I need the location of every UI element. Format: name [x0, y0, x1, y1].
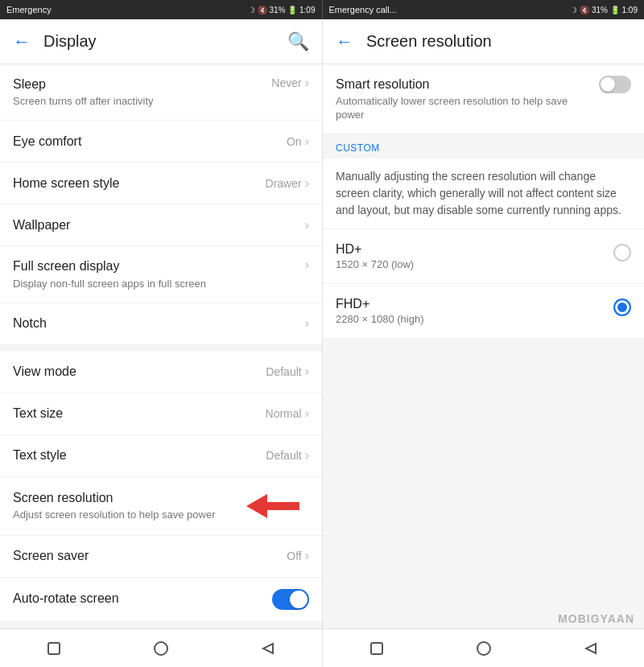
custom-description: Manually adjusting the screen resolution…	[323, 159, 644, 229]
red-arrow-indicator	[245, 488, 309, 524]
screen-resolution-title-header: Screen resolution	[366, 32, 631, 51]
nav-back-left[interactable]	[248, 629, 288, 668]
status-icons-right-text: ☽ 🔇 31% 🔋 1:09	[570, 6, 638, 14]
svg-marker-4	[263, 644, 273, 653]
auto-rotate-item[interactable]: Auto-rotate screen	[0, 578, 322, 622]
nav-circle-right[interactable]	[464, 629, 504, 668]
status-bar: Emergency ☽ 🔇 31% 🔋 1:09 Emergency call.…	[0, 0, 644, 19]
display-header: ← Display 🔍	[0, 19, 322, 64]
view-mode-item[interactable]: View mode Default ›	[0, 352, 322, 393]
nav-back-right[interactable]	[571, 629, 611, 668]
panel-display: ← Display 🔍 Sleep Screen turns off after…	[0, 19, 322, 667]
screen-resolution-item[interactable]: Screen resolution Adjust screen resoluti…	[0, 477, 322, 536]
display-title: Display	[43, 32, 287, 51]
full-screen-display-chevron: ›	[305, 257, 309, 272]
smart-resolution-toggle[interactable]	[599, 76, 631, 93]
text-style-item[interactable]: Text style Default ›	[0, 435, 322, 477]
panel-screen-resolution: ← Screen resolution Smart resolution Aut…	[322, 19, 644, 667]
view-mode-value: Default	[266, 365, 301, 378]
screen-resolution-title: Screen resolution	[13, 489, 238, 507]
display-settings-list: Sleep Screen turns off after inactivity …	[0, 64, 322, 628]
triangle-back-icon-right	[583, 640, 599, 657]
hd-plus-detail: 1520 × 720 (low)	[336, 258, 414, 270]
text-size-title: Text size	[13, 405, 259, 422]
svg-marker-1	[246, 494, 267, 518]
triangle-back-icon	[260, 640, 276, 657]
home-screen-style-item[interactable]: Home screen style Drawer ›	[0, 163, 322, 204]
text-style-value: Default	[266, 449, 301, 462]
screen-resolution-subtitle: Adjust screen resolution to help save po…	[13, 508, 238, 522]
sleep-chevron: ›	[305, 76, 309, 90]
nav-circle-left[interactable]	[141, 629, 181, 668]
smart-resolution-item[interactable]: Smart resolution Automatically lower scr…	[323, 64, 644, 134]
status-icons-right: ☽ 🔇 31% 🔋 1:09	[570, 6, 638, 14]
square-icon	[46, 640, 62, 657]
wallpaper-chevron: ›	[305, 218, 309, 233]
smart-resolution-subtitle: Automatically lower screen resolution to…	[336, 95, 599, 122]
svg-point-6	[477, 642, 490, 655]
status-bar-left: Emergency ☽ 🔇 31% 🔋 1:09	[0, 0, 322, 19]
wallpaper-title: Wallpaper	[13, 216, 295, 234]
square-icon-right	[369, 640, 385, 657]
full-screen-display-subtitle: Display non-full screen apps in full scr…	[13, 278, 295, 291]
sleep-subtitle: Screen turns off after inactivity	[13, 95, 265, 109]
view-mode-chevron: ›	[305, 364, 309, 379]
text-size-value: Normal	[266, 407, 302, 420]
text-style-title: Text style	[13, 447, 259, 464]
right-nav-bar	[323, 628, 644, 667]
eye-comfort-value: On	[287, 135, 302, 148]
eye-comfort-title: Eye comfort	[13, 133, 280, 150]
red-arrow-icon	[245, 488, 309, 524]
svg-rect-0	[267, 502, 299, 510]
circle-icon	[153, 640, 169, 657]
auto-rotate-title: Auto-rotate screen	[13, 590, 272, 607]
status-emergency-left: Emergency	[6, 5, 52, 14]
status-icons-left: ☽ 🔇 31% 🔋 1:09	[248, 6, 316, 14]
auto-rotate-toggle[interactable]	[272, 589, 309, 610]
notch-title: Notch	[13, 315, 295, 332]
hd-plus-radio[interactable]	[613, 244, 631, 261]
nav-square-right[interactable]	[357, 629, 397, 668]
home-screen-style-chevron: ›	[305, 176, 309, 191]
wallpaper-item[interactable]: Wallpaper ›	[0, 204, 322, 246]
text-style-chevron: ›	[305, 448, 309, 463]
home-screen-style-title: Home screen style	[13, 175, 259, 192]
circle-icon-right	[476, 640, 492, 657]
nav-square-left[interactable]	[34, 629, 74, 668]
sleep-title: Sleep	[13, 76, 265, 93]
fhd-plus-detail: 2280 × 1080 (high)	[336, 313, 424, 325]
fhd-plus-name: FHD+	[336, 297, 424, 311]
svg-rect-5	[371, 643, 382, 654]
smart-resolution-title: Smart resolution	[336, 76, 599, 93]
screen-resolution-header: ← Screen resolution	[323, 19, 644, 64]
status-icons-left-text: ☽ 🔇 31% 🔋 1:09	[248, 6, 316, 14]
left-nav-bar	[0, 628, 322, 667]
full-screen-display-title: Full screen display	[13, 257, 295, 275]
screen-saver-item[interactable]: Screen saver Off ›	[0, 536, 322, 578]
notch-item[interactable]: Notch ›	[0, 303, 322, 345]
resolution-hd-plus[interactable]: HD+ 1520 × 720 (low)	[323, 229, 644, 284]
notch-chevron: ›	[305, 316, 309, 331]
back-button[interactable]: ←	[13, 31, 31, 52]
full-screen-display-item[interactable]: Full screen display Display non-full scr…	[0, 246, 322, 303]
text-size-item[interactable]: Text size Normal ›	[0, 393, 322, 435]
auto-rotate-toggle-knob	[290, 591, 308, 608]
custom-section-header: CUSTOM	[323, 134, 644, 159]
svg-rect-2	[48, 643, 60, 654]
eye-comfort-item[interactable]: Eye comfort On ›	[0, 121, 322, 163]
resolution-fhd-plus[interactable]: FHD+ 2280 × 1080 (high)	[323, 284, 644, 339]
status-emergency-right: Emergency call...	[329, 5, 397, 14]
text-size-chevron: ›	[305, 406, 309, 421]
svg-point-3	[155, 642, 167, 655]
hd-plus-name: HD+	[336, 242, 414, 257]
sleep-value: Never	[271, 76, 301, 89]
smart-resolution-toggle-knob	[601, 77, 615, 92]
search-icon[interactable]: 🔍	[287, 31, 309, 52]
screen-saver-title: Screen saver	[13, 547, 280, 565]
sleep-item[interactable]: Sleep Screen turns off after inactivity …	[0, 64, 322, 121]
svg-marker-7	[586, 644, 596, 653]
eye-comfort-chevron: ›	[305, 134, 309, 149]
fhd-plus-radio[interactable]	[613, 299, 631, 316]
back-button-right[interactable]: ←	[336, 31, 353, 52]
home-screen-style-value: Drawer	[266, 177, 302, 190]
